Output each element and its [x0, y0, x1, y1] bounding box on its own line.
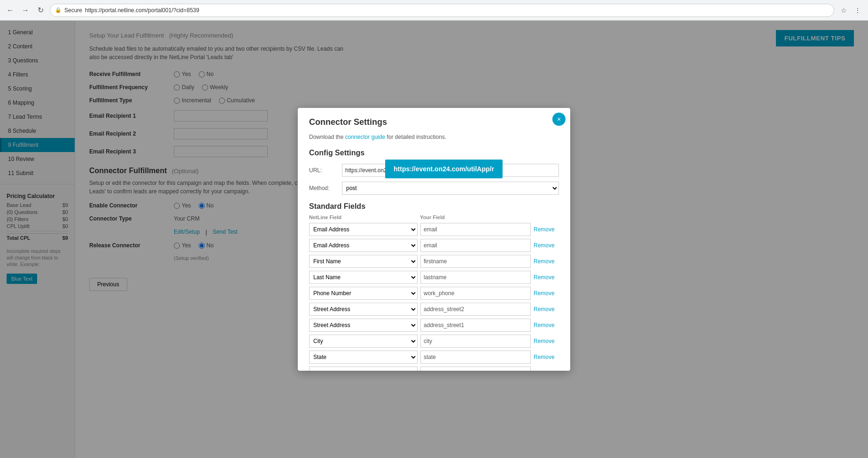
modal-title: Connector Settings	[309, 117, 559, 127]
field-row: Email AddressRemove	[309, 239, 559, 252]
field-row: Phone NumberRemove	[309, 287, 559, 300]
netline-field-select-7[interactable]: City	[309, 335, 418, 348]
field-row: Street AddressRemove	[309, 303, 559, 316]
remove-field-button-1[interactable]: Remove	[534, 242, 559, 249]
standard-fields-title: Standard Fields	[309, 202, 559, 211]
browser-actions: ☆ ⋮	[838, 5, 863, 16]
your-field-input-7[interactable]	[420, 335, 531, 348]
your-field-input-8[interactable]	[420, 351, 531, 364]
fields-container: Email AddressRemoveEmail AddressRemoveFi…	[309, 223, 559, 371]
field-row: First NameRemove	[309, 255, 559, 268]
netline-field-select-1[interactable]: Email Address	[309, 239, 418, 252]
netline-field-select-6[interactable]: Street Address	[309, 319, 418, 332]
remove-field-button-3[interactable]: Remove	[534, 274, 559, 281]
modal-overlay: × Connector Settings Download the connec…	[0, 21, 868, 458]
remove-field-button-5[interactable]: Remove	[534, 306, 559, 313]
remove-field-button-9[interactable]: Remove	[534, 370, 559, 371]
browser-chrome: ← → ↻ 🔒 Secure https://portal.netline.co…	[0, 0, 868, 21]
netline-field-select-9[interactable]: Postal/Zip Code	[309, 366, 418, 371]
your-field-input-1[interactable]	[420, 239, 531, 252]
field-row: Last NameRemove	[309, 271, 559, 284]
your-field-input-5[interactable]	[420, 303, 531, 316]
your-field-input-3[interactable]	[420, 271, 531, 284]
remove-field-button-4[interactable]: Remove	[534, 290, 559, 297]
config-section-title: Config Settings	[309, 149, 559, 157]
your-field-input-2[interactable]	[420, 255, 531, 268]
field-row: Street AddressRemove	[309, 319, 559, 332]
field-row: CityRemove	[309, 335, 559, 348]
method-label: Method:	[309, 185, 342, 191]
lock-icon: 🔒	[55, 7, 62, 13]
your-field-input-9[interactable]	[420, 366, 531, 371]
remove-field-button-7[interactable]: Remove	[534, 338, 559, 344]
secure-label: Secure	[64, 7, 82, 14]
netline-field-select-4[interactable]: Phone Number	[309, 287, 418, 300]
netline-field-select-5[interactable]: Street Address	[309, 303, 418, 316]
your-field-input-4[interactable]	[420, 287, 531, 300]
field-row: Postal/Zip CodeRemove	[309, 366, 559, 371]
netline-field-select-2[interactable]: First Name	[309, 255, 418, 268]
menu-button[interactable]: ⋮	[852, 5, 863, 16]
your-field-header: Your Field	[420, 214, 528, 220]
field-row: StateRemove	[309, 351, 559, 364]
method-row: Method: post get	[309, 182, 559, 195]
modal-body: Connector Settings Download the connecto…	[298, 108, 570, 371]
your-field-input-6[interactable]	[420, 319, 531, 332]
netline-field-select-0[interactable]: Email Address	[309, 223, 418, 236]
netline-field-header: NetLine Field	[309, 214, 417, 220]
modal-close-button[interactable]: ×	[552, 113, 566, 126]
modal-desc: Download the connector guide for detaile…	[309, 134, 559, 140]
netline-field-select-3[interactable]: Last Name	[309, 271, 418, 284]
fields-header: NetLine Field Your Field	[309, 214, 559, 220]
address-bar[interactable]: 🔒 Secure https://portal.netline.com/port…	[50, 4, 834, 17]
remove-field-button-6[interactable]: Remove	[534, 322, 559, 328]
remove-field-button-2[interactable]: Remove	[534, 258, 559, 265]
netline-field-select-8[interactable]: State	[309, 351, 418, 364]
field-row: Email AddressRemove	[309, 223, 559, 236]
url-label: URL:	[309, 167, 342, 174]
connector-guide-link[interactable]: connector guide	[345, 134, 385, 140]
your-field-input-0[interactable]	[420, 223, 531, 236]
back-button[interactable]: ←	[5, 5, 16, 16]
modal: × Connector Settings Download the connec…	[298, 108, 570, 371]
remove-field-button-0[interactable]: Remove	[534, 226, 559, 233]
bookmark-button[interactable]: ☆	[838, 5, 849, 16]
forward-button[interactable]: →	[20, 5, 31, 16]
remove-field-button-8[interactable]: Remove	[534, 354, 559, 360]
url-text: https://portal.netline.com/portal001/?ci…	[85, 7, 199, 14]
reload-button[interactable]: ↻	[35, 5, 46, 16]
url-callout: https://event.on24.com/utilApp/r	[385, 160, 503, 178]
method-select[interactable]: post get	[342, 182, 559, 195]
